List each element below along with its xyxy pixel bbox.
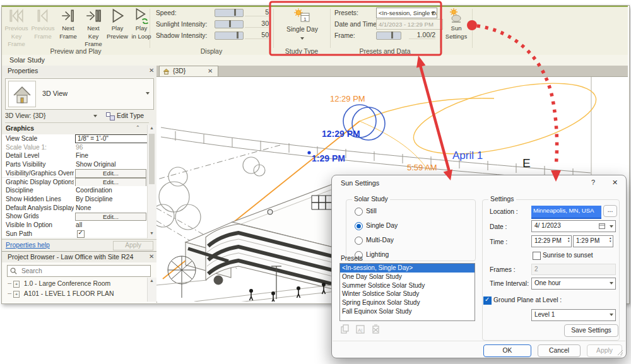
radio-still-label[interactable]: Still xyxy=(366,208,377,214)
preset-item[interactable]: Winter Solstice Solar Study xyxy=(340,290,475,298)
time-start-spinner[interactable]: 12:29 PM ▲▼ xyxy=(531,235,572,247)
property-value[interactable]: Fine xyxy=(76,152,145,159)
radio-still[interactable] xyxy=(355,208,363,216)
spinner-up-down-icon[interactable]: ▲▼ xyxy=(567,237,570,243)
button-label: Single Day xyxy=(286,26,318,33)
property-value[interactable]: None xyxy=(76,204,145,211)
button-label: Settings xyxy=(445,33,467,40)
sunlight-intensity-slider[interactable] xyxy=(215,20,244,28)
edit-type-button[interactable]: Edit Type xyxy=(117,112,144,119)
search-input[interactable] xyxy=(20,266,143,276)
sunlight-intensity-value[interactable]: 30 xyxy=(245,20,269,28)
radio-multi-day-label[interactable]: Multi-Day xyxy=(366,237,394,244)
edit-button[interactable]: Edit... xyxy=(75,213,146,221)
scroll-up-icon[interactable]: ▲ xyxy=(150,126,154,130)
date-field[interactable]: 4/ 1/2023 xyxy=(531,220,616,232)
property-row: DisciplineCoordination xyxy=(2,186,147,196)
ground-plane-label[interactable]: Ground Plane at Level : xyxy=(493,296,562,303)
preset-item-selected[interactable]: <In-session, Single Day> xyxy=(340,264,475,273)
scrollbar-thumb[interactable] xyxy=(149,134,155,184)
speed-value[interactable]: 5 xyxy=(245,8,269,16)
tree-item[interactable]: ┄ + 1.0 - Large Conference Room xyxy=(8,279,110,287)
radio-multi-day[interactable] xyxy=(355,237,363,245)
sunrise-to-sunset-label[interactable]: Sunrise to sunset xyxy=(543,252,593,259)
frames-value: 2 xyxy=(534,266,538,273)
edit-button[interactable]: Edit... xyxy=(75,169,146,178)
tree-item-label[interactable]: 1.0 - Large Conference Room xyxy=(24,280,110,287)
preset-item[interactable]: One Day Solar Study xyxy=(340,273,475,281)
cancel-button[interactable]: Cancel xyxy=(538,344,581,357)
property-value[interactable]: By Discipline xyxy=(76,196,145,203)
location-field[interactable]: Minneapolis, MN, USA xyxy=(531,206,601,219)
property-value[interactable]: Show Original xyxy=(76,161,145,168)
sun-path-checkbox[interactable] xyxy=(77,230,85,238)
apply-button[interactable]: Apply xyxy=(113,241,153,250)
collapse-icon[interactable]: ⌃ xyxy=(136,125,140,131)
ok-button[interactable]: OK xyxy=(483,344,531,357)
section-label: Graphics xyxy=(6,125,34,132)
tree-guide: ┄ xyxy=(8,280,11,287)
frame-value[interactable]: 1.00/2 xyxy=(409,31,435,39)
search-box[interactable] xyxy=(7,265,151,277)
radio-lighting-label[interactable]: Lighting xyxy=(366,251,389,258)
spinner-up-down-icon[interactable]: ▲▼ xyxy=(609,237,611,243)
speed-slider[interactable] xyxy=(215,9,244,17)
scroll-up-icon[interactable]: ▲ xyxy=(150,278,154,283)
presets-listbox[interactable]: <In-session, Single Day> One Day Solar S… xyxy=(339,263,475,321)
speed-label: Speed: xyxy=(156,8,177,18)
preset-item[interactable]: Fall Equinox Solar Study xyxy=(340,307,475,316)
type-selector[interactable]: 3D View xyxy=(5,78,154,110)
properties-help-link[interactable]: Properties help xyxy=(6,242,50,249)
label-date: April 1 xyxy=(452,150,483,161)
help-icon[interactable]: ? xyxy=(591,179,595,186)
svg-text:1: 1 xyxy=(304,16,307,22)
close-icon[interactable]: ✕ xyxy=(149,253,154,260)
next-frame-button[interactable]: Next Frame xyxy=(56,8,81,40)
close-icon[interactable]: ✕ xyxy=(208,68,213,74)
solar-study-mode-bar: Solar Study xyxy=(2,55,628,66)
group-separator xyxy=(330,9,331,48)
sun-settings-button[interactable]: Sun Settings xyxy=(442,8,470,40)
save-settings-button[interactable]: Save Settings xyxy=(564,324,618,337)
sunrise-to-sunset-checkbox[interactable] xyxy=(533,252,541,260)
time-end-spinner[interactable]: 1:29 PM ▲▼ xyxy=(573,235,613,247)
expand-icon[interactable]: + xyxy=(13,281,20,288)
resize-grip[interactable] xyxy=(617,349,623,356)
type-thumbnail xyxy=(8,81,36,107)
chevron-down-icon xyxy=(300,37,304,40)
property-value[interactable]: Coordination xyxy=(76,187,145,194)
presets-dropdown[interactable]: <In-session, Single Da... xyxy=(376,8,437,18)
edit-button[interactable]: Edit... xyxy=(75,178,146,187)
single-day-button[interactable]: 1 Single Day xyxy=(278,8,326,41)
ground-plane-checkbox[interactable] xyxy=(483,296,492,305)
view-scale-input[interactable]: 1/8" = 1'-0" xyxy=(75,134,148,143)
browser-scrollbar[interactable]: ▲ xyxy=(147,278,156,302)
view-selector[interactable]: 3D View: {3D} xyxy=(5,112,46,119)
close-icon[interactable]: ✕ xyxy=(612,179,618,187)
expand-icon[interactable]: + xyxy=(13,291,20,298)
close-icon[interactable]: ✕ xyxy=(149,67,154,74)
tree-item-label[interactable]: A101 - LEVEL 1 FLOOR PLAN xyxy=(24,290,114,297)
radio-single-day-label[interactable]: Single Day xyxy=(366,222,398,229)
scroll-down-icon[interactable]: ▼ xyxy=(150,231,154,235)
play-in-loop-icon xyxy=(133,8,150,24)
button-label: Key Frame xyxy=(85,33,102,48)
section-graphics[interactable]: Graphics ⌃ xyxy=(2,125,147,134)
next-key-frame-button[interactable]: Next Key Frame xyxy=(81,8,106,48)
tree-item[interactable]: ┄ + A101 - LEVEL 1 FLOOR PLAN xyxy=(8,290,114,297)
sun-settings-dialog: Sun Settings ? ✕ Solar Study Still Singl… xyxy=(331,175,627,358)
play-in-loop-button[interactable]: Play in Loop xyxy=(129,8,154,40)
radio-single-day[interactable] xyxy=(355,222,363,230)
properties-scrollbar[interactable]: ▲ ▼ xyxy=(147,125,156,238)
time-interval-dropdown[interactable]: One hour xyxy=(531,278,616,290)
view-tab-3d[interactable]: {3D} ✕ xyxy=(159,66,218,76)
location-browse-button[interactable]: ... xyxy=(603,205,617,217)
level-dropdown[interactable]: Level 1 xyxy=(531,309,616,321)
shadow-intensity-slider[interactable] xyxy=(215,32,244,40)
preset-item[interactable]: Summer Solstice Solar Study xyxy=(340,281,475,290)
preset-item[interactable]: Spring Equinox Solar Study xyxy=(340,298,475,307)
shadow-intensity-value[interactable]: 50 xyxy=(245,31,269,39)
frame-slider[interactable] xyxy=(376,32,401,40)
play-preview-button[interactable]: Play Preview xyxy=(105,8,130,40)
property-value[interactable]: all xyxy=(76,221,145,228)
